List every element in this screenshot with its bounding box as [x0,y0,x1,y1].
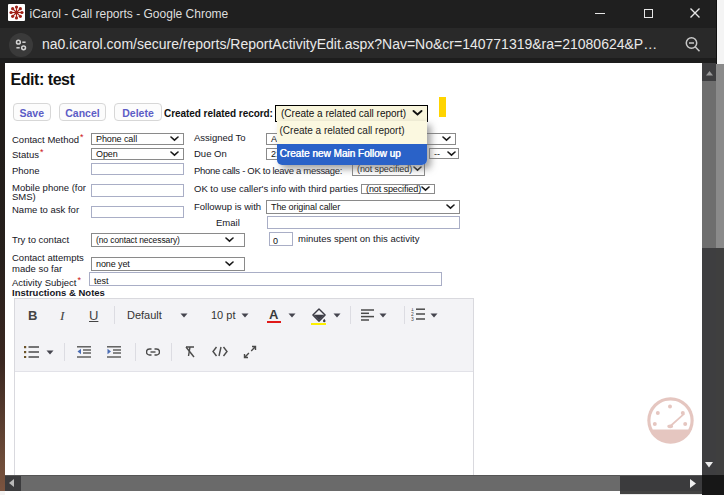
svg-text:3: 3 [411,316,414,321]
